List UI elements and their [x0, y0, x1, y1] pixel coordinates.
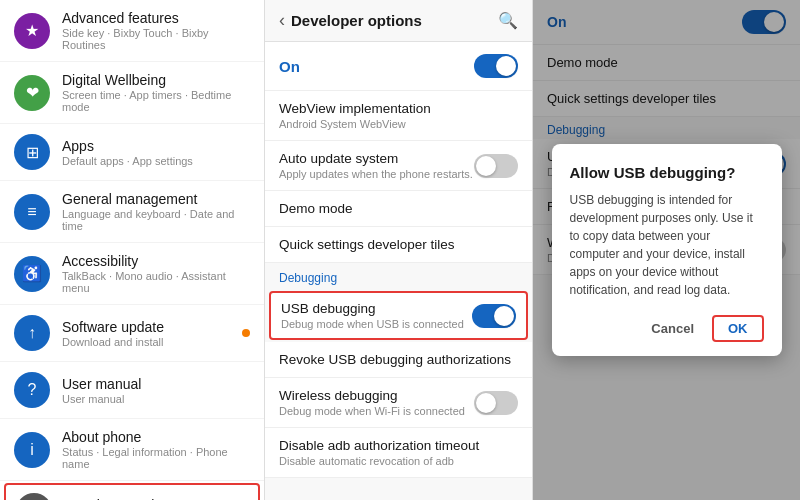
- back-button[interactable]: ‹: [279, 10, 285, 31]
- sidebar-item-title-general-management: General management: [62, 191, 250, 207]
- sidebar-item-subtitle-user-manual: User manual: [62, 393, 141, 405]
- middle-top-bar: ‹ Developer options 🔍: [265, 0, 532, 42]
- sidebar-item-subtitle-advanced: Side key · Bixby Touch · Bixby Routines: [62, 27, 250, 51]
- toggle-wireless-debugging[interactable]: [474, 391, 518, 415]
- middle-item-subtitle-usb-debugging: Debug mode when USB is connected: [281, 318, 464, 330]
- sidebar-item-advanced[interactable]: ★Advanced featuresSide key · Bixby Touch…: [0, 0, 264, 62]
- middle-item-demo-mode[interactable]: Demo mode: [265, 191, 532, 227]
- sidebar-item-general-management[interactable]: ≡General managementLanguage and keyboard…: [0, 181, 264, 243]
- middle-panel: ‹ Developer options 🔍 OnWebView implemen…: [265, 0, 533, 500]
- search-icon[interactable]: 🔍: [498, 11, 518, 30]
- sidebar-item-title-about-phone: About phone: [62, 429, 250, 445]
- middle-item-usb-debugging[interactable]: USB debuggingDebug mode when USB is conn…: [269, 291, 528, 340]
- cancel-button[interactable]: Cancel: [643, 315, 702, 342]
- sidebar-item-title-software-update: Software update: [62, 319, 164, 335]
- sidebar-item-title-user-manual: User manual: [62, 376, 141, 392]
- dialog-buttons: Cancel OK: [570, 315, 764, 342]
- middle-item-wireless-debugging[interactable]: Wireless debuggingDebug mode when Wi-Fi …: [265, 378, 532, 428]
- apps-icon: ⊞: [14, 134, 50, 170]
- middle-section-list: OnWebView implementationAndroid System W…: [265, 42, 532, 498]
- sidebar-item-user-manual[interactable]: ?User manualUser manual: [0, 362, 264, 419]
- middle-item-title-disable-adb: Disable adb authorization timeout: [279, 438, 518, 453]
- sidebar-item-title-accessibility: Accessibility: [62, 253, 250, 269]
- middle-item-title-revoke-usb: Revoke USB debugging authorizations: [279, 352, 518, 367]
- middle-item-title-auto-update: Auto update system: [279, 151, 473, 166]
- middle-item-disable-adb[interactable]: Disable adb authorization timeoutDisable…: [265, 428, 532, 478]
- about-phone-icon: i: [14, 432, 50, 468]
- developer-options-icon: { }: [16, 493, 52, 500]
- left-panel: ★Advanced featuresSide key · Bixby Touch…: [0, 0, 265, 500]
- middle-item-revoke-usb[interactable]: Revoke USB debugging authorizations: [265, 342, 532, 378]
- middle-item-webview[interactable]: WebView implementationAndroid System Web…: [265, 91, 532, 141]
- developer-options-toggle-row: On: [265, 42, 532, 91]
- sidebar-item-accessibility[interactable]: ♿AccessibilityTalkBack · Mono audio · As…: [0, 243, 264, 305]
- developer-options-on-label: On: [279, 58, 300, 75]
- sidebar-item-title-digital-wellbeing: Digital Wellbeing: [62, 72, 250, 88]
- sidebar-item-apps[interactable]: ⊞AppsDefault apps · App settings: [0, 124, 264, 181]
- sidebar-item-digital-wellbeing[interactable]: ❤Digital WellbeingScreen time · App time…: [0, 62, 264, 124]
- right-panel: OnDemo modeQuick settings developer tile…: [533, 0, 800, 500]
- middle-item-title-usb-debugging: USB debugging: [281, 301, 464, 316]
- ok-button[interactable]: OK: [712, 315, 764, 342]
- toggle-auto-update[interactable]: [474, 154, 518, 178]
- accessibility-icon: ♿: [14, 256, 50, 292]
- dialog-body: USB debugging is intended for developmen…: [570, 191, 764, 299]
- debugging-section-label: Debugging: [265, 263, 532, 289]
- developer-options-toggle[interactable]: [474, 54, 518, 78]
- middle-item-subtitle-disable-adb: Disable automatic revocation of adb: [279, 455, 518, 467]
- dialog-title: Allow USB debugging?: [570, 164, 764, 181]
- sidebar-item-title-apps: Apps: [62, 138, 193, 154]
- sidebar-item-title-developer-options: Developer options: [64, 497, 177, 501]
- middle-item-subtitle-wireless-debugging: Debug mode when Wi-Fi is connected: [279, 405, 465, 417]
- sidebar-item-developer-options[interactable]: { }Developer optionsDeveloper options: [4, 483, 260, 500]
- sidebar-item-title-advanced: Advanced features: [62, 10, 250, 26]
- sidebar-item-subtitle-accessibility: TalkBack · Mono audio · Assistant menu: [62, 270, 250, 294]
- toggle-usb-debugging[interactable]: [472, 304, 516, 328]
- dialog-overlay: Allow USB debugging? USB debugging is in…: [533, 0, 800, 500]
- sidebar-item-subtitle-about-phone: Status · Legal information · Phone name: [62, 446, 250, 470]
- sidebar-item-software-update[interactable]: ↑Software updateDownload and install: [0, 305, 264, 362]
- user-manual-icon: ?: [14, 372, 50, 408]
- sidebar-item-subtitle-digital-wellbeing: Screen time · App timers · Bedtime mode: [62, 89, 250, 113]
- digital-wellbeing-icon: ❤: [14, 75, 50, 111]
- software-update-icon: ↑: [14, 315, 50, 351]
- general-management-icon: ≡: [14, 194, 50, 230]
- middle-panel-title: Developer options: [291, 12, 498, 29]
- advanced-icon: ★: [14, 13, 50, 49]
- sidebar-item-about-phone[interactable]: iAbout phoneStatus · Legal information ·…: [0, 419, 264, 481]
- dialog-box: Allow USB debugging? USB debugging is in…: [552, 144, 782, 356]
- middle-item-title-quick-settings: Quick settings developer tiles: [279, 237, 518, 252]
- sidebar-item-subtitle-software-update: Download and install: [62, 336, 164, 348]
- middle-item-title-demo-mode: Demo mode: [279, 201, 518, 216]
- sidebar-item-subtitle-apps: Default apps · App settings: [62, 155, 193, 167]
- middle-item-title-webview: WebView implementation: [279, 101, 518, 116]
- middle-item-subtitle-webview: Android System WebView: [279, 118, 518, 130]
- badge-software-update: [242, 329, 250, 337]
- middle-item-title-wireless-debugging: Wireless debugging: [279, 388, 465, 403]
- middle-item-subtitle-auto-update: Apply updates when the phone restarts.: [279, 168, 473, 180]
- sidebar-item-subtitle-general-management: Language and keyboard · Date and time: [62, 208, 250, 232]
- middle-item-auto-update[interactable]: Auto update systemApply updates when the…: [265, 141, 532, 191]
- middle-item-quick-settings[interactable]: Quick settings developer tiles: [265, 227, 532, 263]
